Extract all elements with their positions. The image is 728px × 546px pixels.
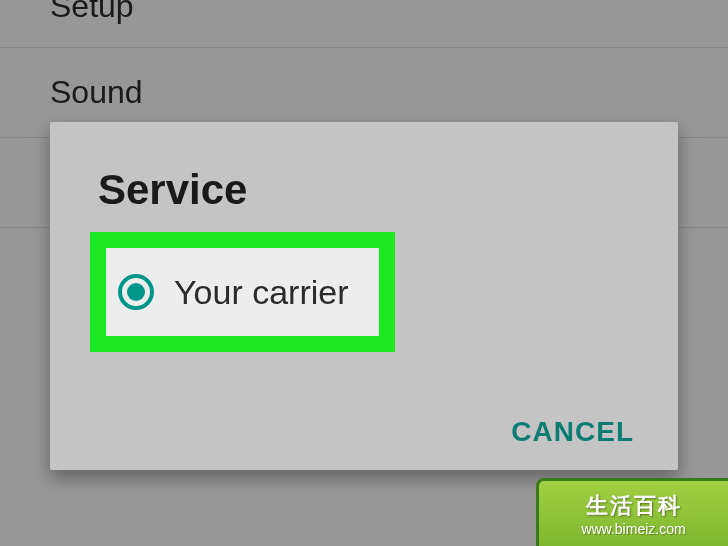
dialog-actions: CANCEL	[511, 416, 634, 448]
watermark-title: 生活百科	[586, 491, 682, 521]
modal-overlay: Service Your carrier CANCEL	[0, 0, 728, 546]
cancel-button[interactable]: CANCEL	[511, 416, 634, 448]
watermark: 生活百科 www.bimeiz.com	[536, 478, 728, 546]
radio-label: Your carrier	[174, 273, 348, 312]
dialog-title: Service	[50, 122, 678, 232]
radio-option-carrier[interactable]: Your carrier	[106, 248, 379, 336]
service-dialog: Service Your carrier CANCEL	[50, 122, 678, 470]
highlight-box: Your carrier	[90, 232, 395, 352]
radio-selected-icon	[118, 274, 154, 310]
watermark-url: www.bimeiz.com	[581, 521, 685, 537]
